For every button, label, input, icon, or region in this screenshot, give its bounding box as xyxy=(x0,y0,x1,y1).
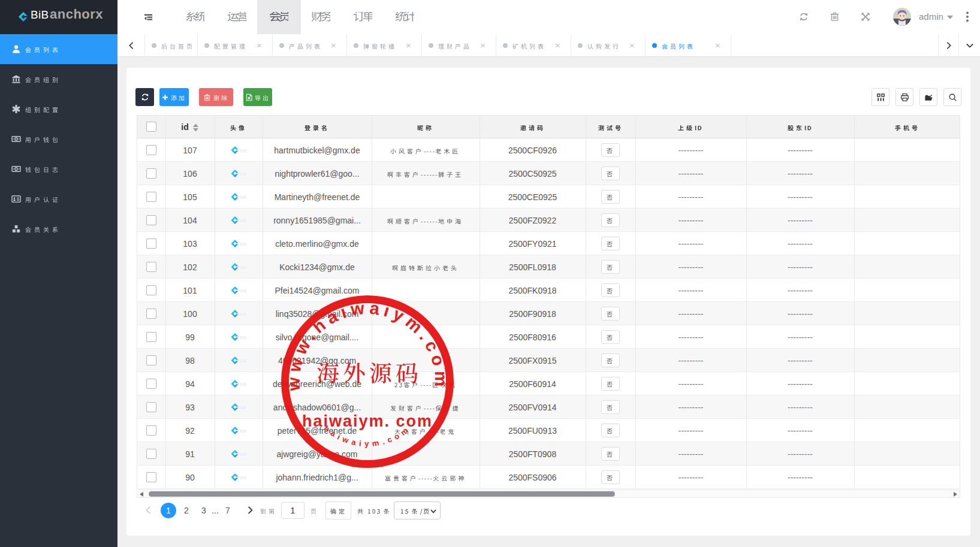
svg-text:BiB: BiB xyxy=(240,312,246,316)
svg-text:BiB: BiB xyxy=(240,149,246,153)
svg-text:BiB: BiB xyxy=(240,219,246,223)
svg-text:BiB: BiB xyxy=(240,265,246,270)
svg-text:BiB: BiB xyxy=(240,382,246,386)
svg-text:www.haiwaiym.com: www.haiwaiym.com xyxy=(284,298,451,391)
svg-text:BiB: BiB xyxy=(240,172,246,176)
svg-text:BiB: BiB xyxy=(240,476,246,480)
svg-text:BiB: BiB xyxy=(240,452,246,457)
svg-text:BiB: BiB xyxy=(240,242,246,246)
svg-text:BiB: BiB xyxy=(240,359,246,363)
svg-text:BiB: BiB xyxy=(240,429,246,433)
svg-text:haiwaiym. com: haiwaiym. com xyxy=(302,412,433,430)
svg-text:BiB: BiB xyxy=(240,289,246,293)
svg-text:BiB: BiB xyxy=(240,195,246,200)
svg-text:BiB: BiB xyxy=(240,406,246,410)
svg-text:BiB: BiB xyxy=(240,336,246,340)
